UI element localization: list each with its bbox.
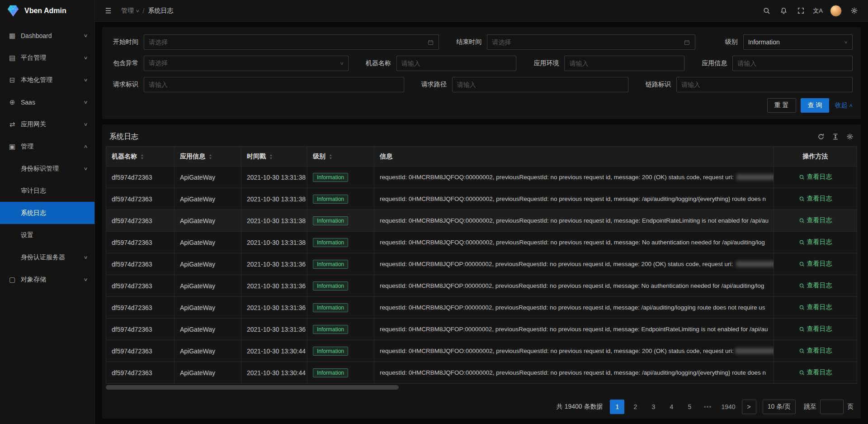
app-cell: ApiGateWay bbox=[175, 362, 241, 384]
app-cell: ApiGateWay bbox=[175, 340, 241, 362]
row-height-icon[interactable] bbox=[832, 133, 839, 140]
page-3[interactable]: 3 bbox=[646, 400, 660, 414]
horizontal-scrollbar[interactable] bbox=[106, 385, 857, 390]
page-size-select[interactable]: 10 条/页 bbox=[763, 400, 796, 414]
search-icon[interactable] bbox=[759, 3, 774, 19]
platform-icon: ▤ bbox=[8, 54, 16, 62]
view-log-link[interactable]: 查看日志 bbox=[799, 173, 832, 181]
sidebar-item-identity-management[interactable]: 身份标识管理∨ bbox=[0, 157, 94, 180]
action-cell: 查看日志 bbox=[774, 340, 857, 362]
request-id-input[interactable] bbox=[144, 77, 404, 92]
sidebar-item-dashboard[interactable]: ▦Dashboard∨ bbox=[0, 24, 94, 47]
page-2[interactable]: 2 bbox=[628, 400, 642, 414]
localization-icon: ⊟ bbox=[8, 76, 16, 84]
request-id-field[interactable] bbox=[149, 81, 399, 88]
column-settings-gear-icon[interactable] bbox=[846, 133, 854, 140]
trace-id-field[interactable] bbox=[681, 81, 848, 88]
column-header-0[interactable]: 机器名称▲▼ bbox=[106, 147, 175, 167]
trace-id-input[interactable] bbox=[676, 77, 853, 92]
settings-gear-icon[interactable] bbox=[846, 3, 862, 19]
view-log-label: 查看日志 bbox=[807, 303, 832, 311]
view-log-link[interactable]: 查看日志 bbox=[799, 325, 832, 333]
filter-field-app-info: 应用信息 bbox=[699, 56, 853, 71]
filter-field-request-id: 请求标识 bbox=[110, 77, 404, 92]
sidebar-item-localization[interactable]: ⊟本地化管理∨ bbox=[0, 69, 94, 91]
column-header-3[interactable]: 级别▲▼ bbox=[307, 147, 374, 167]
sidebar-item-platform[interactable]: ▤平台管理∨ bbox=[0, 47, 94, 69]
jump-page-input[interactable] bbox=[820, 400, 844, 414]
sort-icon: ▲▼ bbox=[329, 153, 332, 160]
request-path-input[interactable] bbox=[452, 77, 628, 92]
menu-fold-icon[interactable] bbox=[101, 3, 115, 19]
column-header-2[interactable]: 时间戳▲▼ bbox=[241, 147, 307, 167]
sidebar-item-gateway[interactable]: ⇄应用网关∨ bbox=[0, 113, 94, 135]
page-ellipsis[interactable]: ••• bbox=[700, 400, 715, 414]
view-log-link[interactable]: 查看日志 bbox=[799, 216, 832, 224]
jump-label: 跳至 bbox=[804, 403, 816, 411]
start-time-input[interactable] bbox=[144, 34, 439, 50]
collapse-button[interactable]: 收起 ∧ bbox=[835, 101, 853, 110]
page-1[interactable]: 1 bbox=[610, 400, 624, 414]
view-log-label: 查看日志 bbox=[807, 173, 832, 181]
pagination-total: 共 19400 条数据 bbox=[557, 403, 603, 411]
page-1940[interactable]: 1940 bbox=[718, 400, 738, 414]
app-env-input[interactable] bbox=[564, 56, 684, 71]
view-log-label: 查看日志 bbox=[807, 216, 832, 224]
table-row: df5974d72363ApiGateWay2021-10-30 13:31:3… bbox=[106, 167, 857, 188]
sidebar-item-auth-server[interactable]: 身份认证服务器∨ bbox=[0, 246, 94, 268]
pagination-pages: 12345•••1940 bbox=[610, 400, 738, 414]
avatar[interactable] bbox=[830, 5, 842, 17]
sidebar-item-saas[interactable]: ⊕Saas∨ bbox=[0, 91, 94, 113]
sort-asc-icon: ▲ bbox=[140, 153, 144, 157]
start-time-field[interactable] bbox=[149, 38, 424, 46]
sidebar-item-object-storage[interactable]: ▢对象存储∨ bbox=[0, 268, 94, 291]
sidebar-item-settings[interactable]: 设置 bbox=[0, 224, 94, 246]
language-icon[interactable]: 文A bbox=[810, 3, 826, 19]
view-log-link[interactable]: 查看日志 bbox=[799, 260, 832, 268]
view-log-link[interactable]: 查看日志 bbox=[799, 238, 832, 246]
reset-button[interactable]: 重 置 bbox=[767, 98, 796, 113]
end-time-field[interactable] bbox=[492, 38, 679, 46]
collapse-label: 收起 bbox=[835, 101, 847, 110]
next-page-button[interactable]: > bbox=[742, 400, 756, 414]
page-5[interactable]: 5 bbox=[682, 400, 697, 414]
filter-label-level: 级别 bbox=[710, 38, 738, 46]
sidebar-item-management[interactable]: ▣管理∧ bbox=[0, 135, 94, 157]
view-log-link[interactable]: 查看日志 bbox=[799, 347, 832, 355]
search-icon bbox=[799, 370, 805, 376]
scrollbar-thumb[interactable] bbox=[106, 385, 399, 390]
app-env-field[interactable] bbox=[569, 60, 679, 67]
view-log-link[interactable]: 查看日志 bbox=[799, 195, 832, 203]
view-log-link[interactable]: 查看日志 bbox=[799, 281, 832, 290]
request-path-field[interactable] bbox=[457, 81, 623, 88]
fullscreen-icon[interactable] bbox=[793, 3, 808, 19]
column-header-5: 操作方法 bbox=[774, 147, 857, 167]
view-log-link[interactable]: 查看日志 bbox=[799, 303, 832, 311]
column-label: 时间戳 bbox=[247, 152, 266, 160]
chevron-down-icon: ∨ bbox=[136, 9, 140, 13]
column-label: 机器名称 bbox=[112, 152, 137, 160]
filter-label-has-exception: 包含异常 bbox=[110, 59, 138, 67]
machine-name-field[interactable] bbox=[401, 60, 512, 67]
sidebar-item-system-log[interactable]: 系统日志 bbox=[0, 202, 94, 224]
dashboard-icon: ▦ bbox=[8, 32, 16, 40]
logo[interactable]: Vben Admin bbox=[0, 0, 94, 22]
app-info-field[interactable] bbox=[737, 60, 848, 67]
app-info-input[interactable] bbox=[732, 56, 853, 71]
query-button[interactable]: 查 询 bbox=[801, 98, 830, 113]
notification-bell-icon[interactable] bbox=[776, 3, 791, 19]
level-select[interactable]: Information∨ bbox=[743, 34, 853, 50]
column-header-1[interactable]: 应用信息▲▼ bbox=[175, 147, 241, 167]
breadcrumb-root[interactable]: 管理 ∨ bbox=[121, 7, 139, 15]
view-log-link[interactable]: 查看日志 bbox=[799, 368, 832, 376]
chevron-down-icon: ∨ bbox=[83, 33, 88, 38]
page-4[interactable]: 4 bbox=[664, 400, 679, 414]
has-exception-select[interactable]: 请选择∨ bbox=[144, 56, 349, 71]
search-icon bbox=[799, 283, 805, 289]
refresh-icon[interactable] bbox=[817, 133, 825, 140]
sidebar-item-audit-log[interactable]: 审计日志 bbox=[0, 180, 94, 202]
sort-asc-icon: ▲ bbox=[269, 153, 273, 157]
end-time-input[interactable] bbox=[487, 34, 695, 50]
machine-name-input[interactable] bbox=[396, 56, 517, 71]
app-cell: ApiGateWay bbox=[175, 297, 241, 319]
